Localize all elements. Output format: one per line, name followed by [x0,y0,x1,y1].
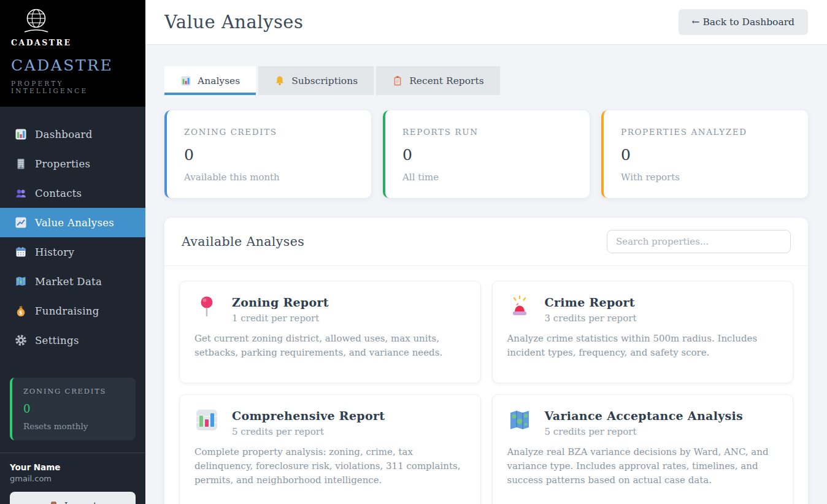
money-bag-icon: $ [15,305,27,317]
analysis-title: Comprehensive Report [232,409,385,422]
stat-value: 0 [402,146,572,164]
bar-chart-icon [180,75,191,86]
map-icon [15,275,27,288]
tab-bar: Analyses Subscriptions [164,66,808,95]
user-block: Your Name gmail.com Logout [0,453,145,504]
analysis-description: Complete property analysis: zoning, crim… [194,445,466,488]
world-map-icon [507,408,532,432]
gear-icon [15,334,27,346]
sidebar-item-dashboard[interactable]: Dashboard [0,120,145,149]
brand-logo-block: CADASTRE CADASTRE PROPERTY INTELLIGENCE [0,0,145,107]
credits-label: ZONING CREDITS [23,387,125,395]
stat-card-zoning-credits: ZONING CREDITS 0 Available this month [164,110,371,198]
analysis-description: Analyze real BZA variance decisions by W… [507,445,779,488]
sidebar-item-contacts[interactable]: Contacts [0,178,145,208]
tab-label: Analyses [198,75,240,86]
door-icon [48,501,59,504]
user-email: gmail.com [10,474,136,483]
analysis-title: Crime Report [545,296,637,309]
logo-caption: CADASTRE [11,38,61,47]
stat-note: All time [402,172,572,183]
bell-icon [274,75,285,86]
analysis-card-variance-acceptance-analysis[interactable]: Variance Acceptance Analysis 5 credits p… [492,394,794,504]
analysis-credits: 1 credit per report [232,313,329,324]
analysis-card-comprehensive-report[interactable]: Comprehensive Report 5 credits per repor… [179,394,481,504]
analysis-description: Analyze crime statistics within 500m rad… [507,332,779,361]
sidebar-item-label: History [35,246,74,258]
tab-analyses[interactable]: Analyses [164,66,256,95]
siren-icon [507,294,532,319]
tab-subscriptions[interactable]: Subscriptions [258,66,374,95]
analysis-card-zoning-report[interactable]: Zoning Report 1 credit per report Get cu… [179,281,481,383]
sidebar-item-label: Settings [35,335,79,346]
analysis-credits: 3 credits per report [545,313,637,324]
sidebar-item-label: Properties [35,158,90,170]
zoning-credits-box: ZONING CREDITS 0 Resets monthly [10,378,136,440]
sidebar-nav: Dashboard Properties [0,107,145,355]
logout-button[interactable]: Logout [10,492,136,504]
user-name: Your Name [10,462,136,472]
sidebar-item-label: Dashboard [35,129,93,140]
sidebar-item-market-data[interactable]: Market Data [0,267,145,296]
stat-note: Available this month [184,172,354,183]
brand-tagline: PROPERTY INTELLIGENCE [11,80,134,94]
pushpin-icon [194,294,219,319]
logout-label: Logout [64,500,97,504]
stat-card-reports-run: REPORTS RUN 0 All time [383,110,590,198]
sidebar-item-properties[interactable]: Properties [0,149,145,178]
stat-value: 0 [184,146,354,164]
sidebar-item-label: Market Data [35,276,102,288]
stat-label: PROPERTIES ANALYZED [621,127,791,137]
sidebar-item-fundraising[interactable]: $ Fundraising [0,296,145,326]
brand-name: CADASTRE [11,56,134,74]
chart-increasing-icon [15,216,27,229]
sidebar-item-history[interactable]: History [0,237,145,267]
svg-text:$: $ [19,310,23,316]
page-header: Value Analyses ← Back to Dashboard [145,0,827,45]
page-title: Value Analyses [164,12,303,32]
analysis-title: Variance Acceptance Analysis [545,409,744,422]
analysis-credits: 5 credits per report [232,426,385,437]
available-analyses-header: Available Analyses [164,218,808,266]
stat-card-properties-analyzed: PROPERTIES ANALYZED 0 With reports [601,110,808,198]
main-area: Value Analyses ← Back to Dashboard Analy… [145,0,827,504]
sidebar-item-settings[interactable]: Settings [0,326,145,355]
clipboard-icon [392,75,403,86]
bar-chart-icon [194,408,219,432]
app-root: CADASTRE CADASTRE PROPERTY INTELLIGENCE … [0,0,827,504]
sidebar-item-value-analyses[interactable]: Value Analyses [0,208,145,237]
credits-note: Resets monthly [23,421,125,431]
sidebar-item-label: Fundraising [35,305,99,317]
section-title: Available Analyses [182,234,304,249]
analysis-title: Zoning Report [232,296,329,309]
building-icon [15,158,27,170]
tab-label: Recent Reports [409,75,484,86]
sidebar-item-label: Value Analyses [35,217,114,229]
people-icon [15,187,27,199]
stats-row: ZONING CREDITS 0 Available this month RE… [164,110,808,198]
calendar-icon [15,246,27,258]
stat-label: REPORTS RUN [402,127,572,137]
globe-logo-icon: CADASTRE [11,7,61,47]
analysis-grid: Zoning Report 1 credit per report Get cu… [164,266,808,504]
sidebar-item-label: Contacts [35,188,82,199]
credits-value: 0 [23,402,125,415]
analysis-card-crime-report[interactable]: Crime Report 3 credits per report Analyz… [492,281,794,383]
stat-value: 0 [621,146,791,164]
tab-recent-reports[interactable]: Recent Reports [376,66,500,95]
tab-label: Subscriptions [291,75,358,86]
stat-label: ZONING CREDITS [184,127,354,137]
back-to-dashboard-button[interactable]: ← Back to Dashboard [679,9,808,35]
bar-chart-icon [15,128,27,140]
sidebar: CADASTRE CADASTRE PROPERTY INTELLIGENCE … [0,0,145,504]
available-analyses-section: Available Analyses [164,218,808,504]
page-content: Analyses Subscriptions [145,45,827,504]
stat-note: With reports [621,172,791,183]
search-input[interactable] [607,230,791,253]
analysis-description: Get current zoning district, allowed use… [194,332,466,361]
analysis-credits: 5 credits per report [545,426,744,437]
